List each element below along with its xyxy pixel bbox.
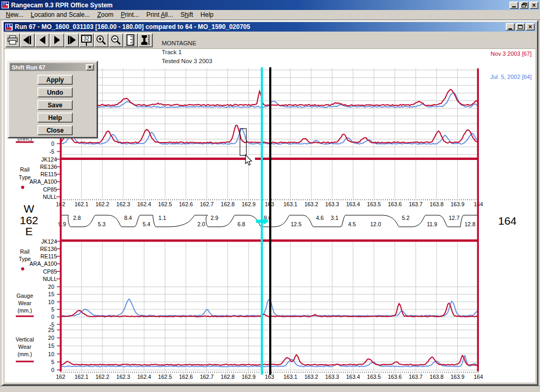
main-minimize-button[interactable]: [509, 2, 518, 9]
step-backward-button[interactable]: [20, 33, 35, 47]
run-maximize-button[interactable]: [516, 23, 525, 31]
apply-button[interactable]: Apply: [37, 75, 73, 85]
run-legend: Nov 3 2003 [67] Jul 5, 2002 [64]: [490, 35, 532, 88]
shift-dialog-title: Shift Run 67: [12, 64, 45, 71]
ruler-icon: [125, 34, 136, 46]
track-name: Track 1: [162, 48, 212, 57]
main-close-button[interactable]: ×: [529, 2, 538, 9]
milepost-button[interactable]: 32: [79, 33, 94, 47]
run-minimize-button[interactable]: [506, 23, 515, 31]
menu-item-zoom[interactable]: Zoom: [93, 10, 117, 20]
zoom-in-button[interactable]: [94, 33, 109, 47]
rail-profile-button[interactable]: [138, 33, 153, 47]
backward-icon: [40, 36, 45, 44]
shift-dialog-titlebar[interactable]: Shift Run 67 ×: [10, 63, 95, 71]
rangecam-app: { "main_window": {"title": "Rangecam 9.3…: [0, 0, 540, 392]
menu-item-shift[interactable]: Shift: [177, 10, 197, 20]
ruler-button[interactable]: [123, 33, 138, 47]
rail-profile-icon: [140, 34, 151, 46]
main-window-title: Rangecam 9.3 RPR Office System: [11, 2, 113, 9]
legend-current-run: Nov 3 2003 [67]: [490, 50, 532, 58]
step-backward-bar: [30, 36, 31, 44]
print-button[interactable]: [5, 33, 20, 47]
close-button[interactable]: Close: [37, 125, 73, 135]
shift-dialog: Shift Run 67 × Apply Undo Save Help Clos…: [7, 61, 98, 138]
toolbar: 32: [4, 32, 536, 49]
run-window-icon: [5, 24, 13, 31]
tested-date: Tested Nov 3 2003: [162, 57, 212, 66]
menu-item-print[interactable]: Print...: [117, 10, 143, 20]
step-backward-icon: [23, 36, 29, 44]
save-button[interactable]: Save: [37, 100, 73, 110]
menu-item-new[interactable]: New...: [2, 10, 27, 20]
forward-icon: [54, 36, 60, 44]
zoom-out-icon: [110, 35, 122, 46]
run-window-titlebar[interactable]: Run 67 - MO_1600_031103 [160.00 - 180.00…: [4, 22, 536, 32]
step-forward-icon: [70, 36, 76, 44]
help-button[interactable]: Help: [37, 113, 73, 123]
forward-button[interactable]: [50, 33, 64, 47]
printer-icon: [7, 35, 18, 45]
step-forward-bar: [68, 36, 70, 44]
main-titlebar[interactable]: Rangecam 9.3 RPR Office System ×: [0, 0, 540, 10]
run-close-button[interactable]: ×: [526, 23, 535, 31]
menu-item-printall[interactable]: Print All...: [143, 10, 177, 20]
step-forward-button[interactable]: [64, 33, 79, 47]
window-bottom-frame: [0, 386, 540, 392]
run-header: MONTAGNE Track 1 Tested Nov 3 2003: [162, 39, 212, 66]
undo-button[interactable]: Undo: [37, 87, 73, 97]
milepost-sign-icon: 32: [81, 35, 91, 46]
app-icon: [2, 2, 9, 8]
main-restore-button[interactable]: [519, 2, 528, 9]
zoom-out-button[interactable]: [109, 33, 123, 47]
zoom-in-icon: [95, 35, 107, 46]
shift-dialog-close-button[interactable]: ×: [86, 64, 94, 71]
run-window-title: Run 67 - MO_1600_031103 [160.00 - 180.00…: [15, 23, 250, 31]
menu-item-locationandscale[interactable]: Location and Scale...: [27, 10, 93, 20]
location-name: MONTAGNE: [162, 39, 212, 48]
legend-compare-run: Jul 5, 2002 [64]: [490, 73, 532, 81]
menubar: New...Location and Scale...ZoomPrint...P…: [0, 10, 540, 20]
menu-item-help[interactable]: Help: [197, 10, 218, 20]
backward-button[interactable]: [35, 33, 50, 47]
